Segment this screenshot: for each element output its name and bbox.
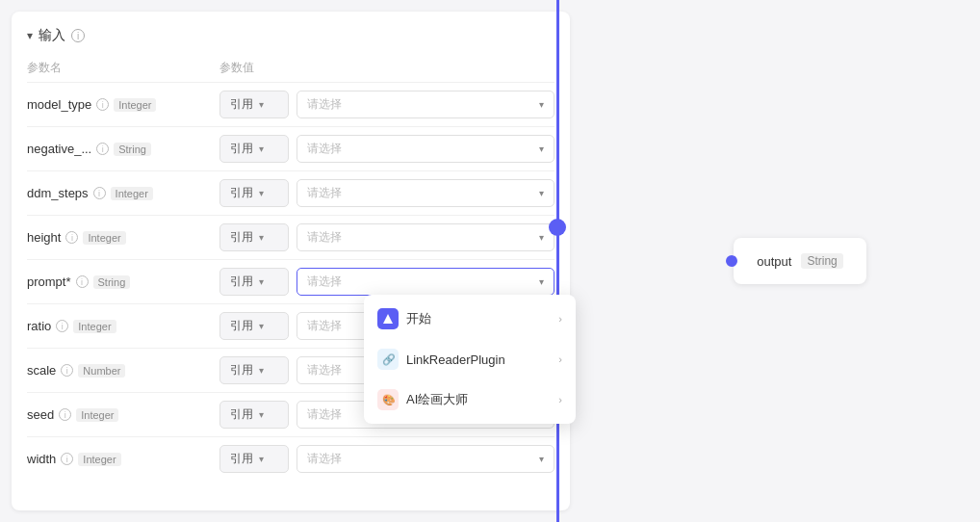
dropdown-menu: 开始›🔗LinkReaderPlugin›🎨AI绘画大师› — [364, 295, 576, 424]
param-name-text: negative_... — [27, 142, 91, 156]
chevron-down-icon: ▾ — [539, 232, 544, 243]
collapse-icon[interactable]: ▾ — [27, 29, 33, 42]
param-type-badge: String — [114, 143, 151, 156]
param-row: negative_...iString引用 ▾请选择 ▾ — [27, 126, 554, 170]
param-row: heightiInteger引用 ▾请选择 ▾ — [27, 215, 554, 259]
dropdown-item[interactable]: 🎨AI绘画大师› — [364, 379, 576, 420]
param-name-text: model_type — [27, 97, 91, 112]
param-name-text: ddm_steps — [27, 186, 89, 200]
param-info-icon[interactable]: i — [93, 187, 106, 199]
param-name-text: scale — [27, 363, 56, 378]
dropdown-item[interactable]: 🔗LinkReaderPlugin› — [364, 339, 576, 379]
chevron-down-icon: ▾ — [259, 99, 264, 110]
chevron-down-icon: ▾ — [259, 276, 264, 287]
chevron-down-icon: ▾ — [259, 232, 264, 243]
chevron-down-icon: ▾ — [259, 144, 264, 154]
param-mode-select[interactable]: 引用 ▾ — [219, 312, 289, 340]
param-info-icon[interactable]: i — [96, 98, 109, 111]
chevron-right-icon: › — [558, 353, 562, 365]
chevron-down-icon: ▾ — [539, 276, 544, 287]
param-name-text: width — [27, 452, 56, 466]
main-container: ▾ 输入 i 参数名 参数值 model_typeiInteger引用 ▾请选择… — [0, 0, 980, 522]
output-label: output — [757, 254, 791, 269]
panel-info-icon[interactable]: i — [71, 29, 85, 42]
param-info-icon[interactable]: i — [76, 275, 89, 288]
param-name-text: prompt* — [27, 274, 71, 289]
param-row: widthiInteger引用 ▾请选择 ▾ — [27, 436, 554, 481]
param-value-select[interactable]: 请选择 ▾ — [297, 445, 554, 473]
param-mode-select[interactable]: 引用 ▾ — [219, 179, 289, 207]
output-badge: output String — [734, 238, 866, 284]
param-type-badge: Integer — [114, 98, 156, 112]
param-value-area: 引用 ▾请选择 ▾ — [219, 268, 554, 296]
param-value-select[interactable]: 请选择 ▾ — [297, 223, 554, 251]
dropdown-item-icon — [377, 308, 399, 329]
param-type-badge: Integer — [83, 231, 125, 245]
param-name-text: seed — [27, 407, 54, 422]
connector-dot — [549, 219, 566, 236]
chevron-down-icon: ▾ — [539, 99, 544, 110]
param-value-select[interactable]: 请选择 ▾ — [297, 91, 554, 118]
param-info-icon[interactable]: i — [65, 231, 78, 244]
param-value-select[interactable]: 请选择 ▾ — [297, 179, 554, 207]
param-value-select[interactable]: 请选择 ▾ — [297, 268, 554, 296]
param-name-area: heightiInteger — [27, 230, 219, 245]
param-value-select[interactable]: 请选择 ▾ — [297, 135, 554, 163]
param-value-area: 引用 ▾请选择 ▾ — [219, 445, 554, 473]
chevron-down-icon: ▾ — [259, 321, 264, 331]
param-value-area: 引用 ▾请选择 ▾ — [219, 223, 554, 251]
param-name-area: prompt*iString — [27, 274, 219, 289]
param-type-badge: Integer — [111, 187, 153, 200]
param-type-badge: Integer — [76, 408, 118, 422]
col-header-param-name: 参数名 — [27, 60, 219, 76]
param-value-area: 引用 ▾请选择 ▾ — [219, 135, 554, 163]
param-name-area: ddm_stepsiInteger — [27, 186, 219, 200]
param-row: ddm_stepsiInteger引用 ▾请选择 ▾ — [27, 170, 554, 215]
dropdown-item[interactable]: 开始› — [364, 299, 576, 339]
dropdown-item-label: AI绘画大师 — [406, 391, 468, 408]
param-type-badge: Number — [78, 364, 125, 378]
param-name-area: model_typeiInteger — [27, 97, 219, 112]
param-mode-select[interactable]: 引用 ▾ — [219, 356, 289, 384]
vertical-connector-line — [556, 0, 559, 522]
dropdown-item-label: 开始 — [406, 310, 431, 327]
param-name-area: widthiInteger — [27, 452, 219, 466]
dropdown-item-label: LinkReaderPlugin — [406, 352, 505, 367]
chevron-down-icon: ▾ — [539, 454, 544, 464]
left-panel: ▾ 输入 i 参数名 参数值 model_typeiInteger引用 ▾请选择… — [12, 12, 570, 510]
param-name-text: ratio — [27, 319, 51, 333]
param-name-area: seediInteger — [27, 407, 219, 422]
param-mode-select[interactable]: 引用 ▾ — [219, 445, 289, 473]
param-mode-select[interactable]: 引用 ▾ — [219, 91, 289, 118]
svg-text:🎨: 🎨 — [382, 393, 395, 406]
param-info-icon[interactable]: i — [56, 320, 68, 332]
param-row: model_typeiInteger引用 ▾请选择 ▾ — [27, 82, 554, 126]
param-info-icon[interactable]: i — [96, 143, 109, 155]
chevron-down-icon: ▾ — [259, 365, 264, 376]
dropdown-item-icon: 🎨 — [377, 389, 399, 410]
svg-text:🔗: 🔗 — [382, 352, 395, 366]
param-info-icon[interactable]: i — [59, 408, 71, 421]
output-type-badge: String — [801, 253, 842, 269]
param-name-area: negative_...iString — [27, 142, 219, 156]
param-name-text: height — [27, 230, 61, 245]
chevron-down-icon: ▾ — [259, 409, 264, 420]
param-mode-select[interactable]: 引用 ▾ — [219, 268, 289, 296]
param-value-area: 引用 ▾请选择 ▾ — [219, 91, 554, 118]
param-value-area: 引用 ▾请选择 ▾ — [219, 179, 554, 207]
param-mode-select[interactable]: 引用 ▾ — [219, 223, 289, 251]
panel-title: 输入 — [39, 27, 65, 44]
param-name-area: scaleiNumber — [27, 363, 219, 378]
chevron-right-icon: › — [558, 313, 562, 325]
dropdown-item-icon: 🔗 — [377, 349, 399, 370]
column-headers: 参数名 参数值 — [27, 56, 554, 82]
chevron-down-icon: ▾ — [539, 188, 544, 198]
chevron-down-icon: ▾ — [539, 144, 544, 154]
param-mode-select[interactable]: 引用 ▾ — [219, 401, 289, 429]
chevron-down-icon: ▾ — [259, 188, 264, 198]
output-connector-dot — [726, 255, 737, 267]
param-info-icon[interactable]: i — [61, 364, 73, 377]
param-mode-select[interactable]: 引用 ▾ — [219, 135, 289, 163]
param-info-icon[interactable]: i — [61, 453, 73, 465]
param-type-badge: Integer — [78, 453, 120, 466]
